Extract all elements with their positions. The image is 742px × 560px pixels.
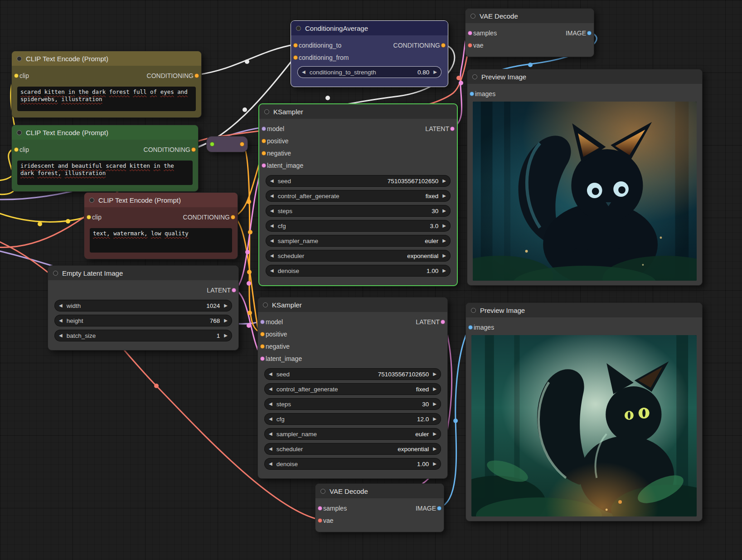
collapse-dot-icon[interactable]	[263, 302, 268, 307]
collapse-dot-icon[interactable]	[17, 56, 22, 61]
prompt-textarea[interactable]: text, watermark, low quality	[90, 228, 232, 253]
output-slot-image[interactable]	[587, 31, 592, 35]
reroute-output-slot[interactable]	[240, 142, 244, 146]
decrement-arrow-icon[interactable]: ◀	[269, 372, 272, 376]
decrement-arrow-icon[interactable]: ◀	[270, 253, 274, 258]
input-slot-clip[interactable]	[87, 215, 91, 219]
decrement-arrow-icon[interactable]: ◀	[269, 417, 272, 421]
input-slot-clip[interactable]	[14, 73, 19, 78]
node-title-bar[interactable]: CLIP Text Encode (Prompt)	[84, 193, 238, 207]
output-slot-conditioning[interactable]	[191, 147, 196, 152]
widget-control-after-generate[interactable]: ◀ control_after_generate fixed ▶	[266, 190, 451, 202]
widget-cfg[interactable]: ◀ cfg 12.0 ▶	[264, 413, 441, 425]
input-slot-model[interactable]	[260, 320, 265, 324]
collapse-dot-icon[interactable]	[320, 489, 325, 494]
increment-arrow-icon[interactable]: ▶	[433, 417, 436, 421]
widget-seed[interactable]: ◀ seed 751035567102650 ▶	[266, 175, 451, 187]
input-slot-samples[interactable]	[318, 506, 322, 511]
decrement-arrow-icon[interactable]: ◀	[270, 239, 274, 243]
node-empty-latent-image[interactable]: Empty Latent Image LATENT ◀ width 1024 ▶…	[48, 265, 239, 351]
node-preview-image-1[interactable]: Preview Image images	[467, 69, 703, 286]
output-slot-image[interactable]	[437, 506, 441, 511]
collapse-dot-icon[interactable]	[17, 130, 22, 135]
node-ksampler-2[interactable]: KSampler model LATENT positive negative …	[257, 297, 448, 479]
decrement-arrow-icon[interactable]: ◀	[59, 318, 63, 323]
increment-arrow-icon[interactable]: ▶	[442, 268, 446, 273]
node-title-bar[interactable]: KSampler	[259, 104, 457, 119]
widget-sampler-name[interactable]: ◀ sampler_name euler ▶	[266, 235, 451, 247]
decrement-arrow-icon[interactable]: ◀	[269, 402, 272, 406]
widget-sampler-name[interactable]: ◀ sampler_name euler ▶	[264, 428, 441, 440]
increment-arrow-icon[interactable]: ▶	[442, 239, 446, 243]
output-slot-latent[interactable]	[232, 288, 236, 292]
node-title-bar[interactable]: VAE Decode	[315, 484, 444, 498]
node-preview-image-2[interactable]: Preview Image images	[466, 302, 703, 521]
node-title-bar[interactable]: Empty Latent Image	[48, 266, 238, 280]
output-slot-conditioning[interactable]	[231, 215, 235, 219]
output-slot-conditioning[interactable]	[194, 73, 199, 78]
widget-control-after-generate[interactable]: ◀ control_after_generate fixed ▶	[264, 383, 441, 395]
graph-canvas[interactable]: CLIP Text Encode (Prompt) clip CONDITION…	[0, 0, 742, 560]
node-title-bar[interactable]: Preview Image	[466, 303, 702, 317]
increment-arrow-icon[interactable]: ▶	[442, 224, 446, 228]
input-slot-clip[interactable]	[14, 147, 19, 152]
input-slot-images[interactable]	[470, 92, 474, 96]
collapse-dot-icon[interactable]	[89, 198, 94, 203]
increment-arrow-icon[interactable]: ▶	[433, 372, 436, 376]
node-clip-text-encode-2[interactable]: CLIP Text Encode (Prompt) clip CONDITION…	[11, 125, 199, 192]
reroute-input-slot[interactable]	[210, 142, 214, 146]
input-slot-negative[interactable]	[262, 151, 266, 156]
widget-steps[interactable]: ◀ steps 30 ▶	[266, 205, 451, 217]
widget-denoise[interactable]: ◀ denoise 1.00 ▶	[266, 265, 451, 277]
increment-arrow-icon[interactable]: ▶	[433, 70, 437, 74]
node-title-bar[interactable]: Preview Image	[467, 69, 702, 84]
input-slot-positive[interactable]	[260, 332, 265, 336]
node-conditioning-average[interactable]: ConditioningAverage conditioning_to COND…	[291, 20, 448, 87]
collapse-dot-icon[interactable]	[471, 308, 476, 313]
prompt-textarea[interactable]: iridescent and beautiful scared kitten i…	[17, 161, 193, 185]
decrement-arrow-icon[interactable]: ◀	[269, 387, 272, 391]
collapse-dot-icon[interactable]	[472, 74, 477, 79]
decrement-arrow-icon[interactable]: ◀	[269, 462, 272, 466]
input-slot-model[interactable]	[262, 127, 266, 131]
widget-seed[interactable]: ◀ seed 751035567102650 ▶	[264, 368, 441, 380]
widget-steps[interactable]: ◀ steps 30 ▶	[264, 398, 441, 410]
input-slot-vae[interactable]	[318, 518, 322, 523]
output-slot-conditioning[interactable]	[441, 43, 446, 48]
input-slot-conditioning-to[interactable]	[293, 43, 298, 48]
decrement-arrow-icon[interactable]: ◀	[302, 70, 306, 74]
increment-arrow-icon[interactable]: ▶	[224, 318, 228, 323]
output-slot-latent[interactable]	[441, 320, 445, 324]
input-slot-images[interactable]	[468, 325, 473, 330]
decrement-arrow-icon[interactable]: ◀	[270, 268, 274, 273]
increment-arrow-icon[interactable]: ▶	[224, 333, 228, 338]
widget-conditioning-to-strength[interactable]: ◀ conditioning_to_strength 0.80 ▶	[297, 66, 441, 78]
increment-arrow-icon[interactable]: ▶	[224, 303, 228, 308]
node-reroute[interactable]	[206, 136, 248, 152]
increment-arrow-icon[interactable]: ▶	[442, 253, 446, 258]
node-clip-text-encode-1[interactable]: CLIP Text Encode (Prompt) clip CONDITION…	[11, 51, 202, 118]
node-vae-decode-2[interactable]: VAE Decode samples IMAGE vae	[315, 483, 444, 532]
collapse-dot-icon[interactable]	[53, 271, 58, 276]
decrement-arrow-icon[interactable]: ◀	[59, 333, 63, 338]
node-title-bar[interactable]: CLIP Text Encode (Prompt)	[12, 51, 201, 66]
decrement-arrow-icon[interactable]: ◀	[270, 209, 274, 213]
increment-arrow-icon[interactable]: ▶	[442, 194, 446, 198]
input-slot-latent-image[interactable]	[260, 356, 265, 361]
widget-batch-size[interactable]: ◀ batch_size 1 ▶	[54, 330, 232, 341]
input-slot-positive[interactable]	[262, 139, 266, 143]
decrement-arrow-icon[interactable]: ◀	[270, 224, 274, 228]
collapse-dot-icon[interactable]	[470, 14, 475, 19]
input-slot-negative[interactable]	[260, 344, 265, 349]
input-slot-samples[interactable]	[468, 31, 472, 35]
widget-denoise[interactable]: ◀ denoise 1.00 ▶	[264, 458, 441, 470]
widget-cfg[interactable]: ◀ cfg 3.0 ▶	[266, 220, 451, 232]
input-slot-vae[interactable]	[468, 43, 472, 48]
widget-height[interactable]: ◀ height 768 ▶	[54, 315, 232, 326]
node-ksampler-1[interactable]: KSampler model LATENT positive negative …	[258, 103, 458, 286]
increment-arrow-icon[interactable]: ▶	[433, 447, 436, 451]
node-title-bar[interactable]: CLIP Text Encode (Prompt)	[12, 125, 198, 140]
input-slot-latent-image[interactable]	[262, 163, 266, 168]
node-title-bar[interactable]: KSampler	[258, 297, 447, 312]
output-slot-latent[interactable]	[450, 127, 455, 131]
